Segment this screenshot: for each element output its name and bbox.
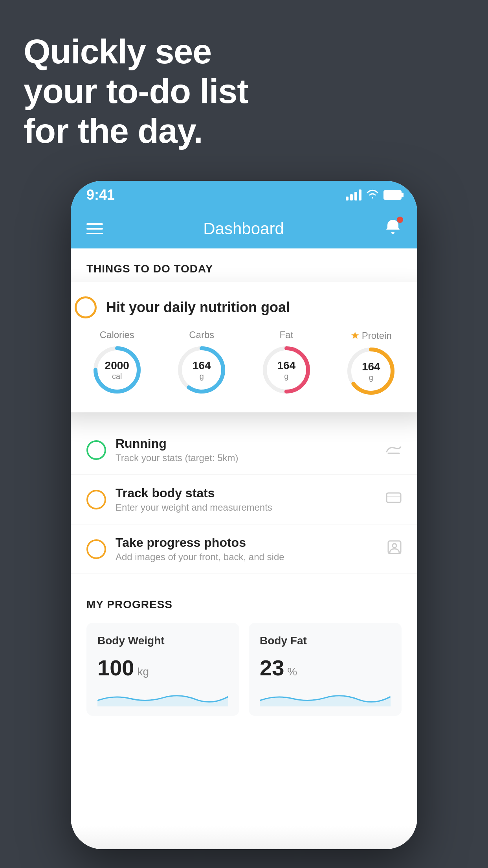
notification-badge	[397, 217, 403, 223]
ring-value-calories: 2000	[105, 360, 129, 372]
todo-icon-0	[386, 442, 402, 458]
todo-circle-1	[86, 490, 106, 509]
nutrition-card-title: Hit your daily nutrition goal	[106, 299, 290, 316]
headline: Quickly see your to-do list for the day.	[24, 31, 248, 151]
headline-line3: for the day.	[24, 111, 248, 151]
todo-circle-2	[86, 539, 106, 559]
nutrition-stat-carbs: Carbs 164 g	[176, 329, 227, 395]
wave-chart-0	[97, 687, 228, 706]
todo-item-2[interactable]: Take progress photos Add images of your …	[71, 524, 417, 574]
headline-line1: Quickly see	[24, 31, 248, 71]
signal-icon	[346, 189, 361, 200]
ring-text-carbs: 164 g	[193, 360, 211, 381]
progress-section: MY PROGRESS Body Weight 100 kg Body Fat …	[71, 583, 417, 732]
ring-protein: 164 g	[345, 346, 396, 397]
ring-value-protein: 164	[362, 361, 380, 373]
ring-unit-fat: g	[284, 371, 288, 380]
todo-title-0: Running	[116, 436, 376, 451]
todo-text-2: Take progress photos Add images of your …	[116, 535, 378, 563]
progress-unit-1: %	[287, 666, 297, 678]
header-title: Dashboard	[203, 219, 284, 238]
todo-icon-2	[387, 540, 402, 558]
ring-text-calories: 2000 cal	[105, 360, 129, 381]
ring-carbs: 164 g	[176, 344, 227, 395]
progress-value-row-1: 23 %	[260, 655, 391, 680]
nutrition-stat-protein: ★Protein 164 g	[345, 329, 396, 397]
notification-button[interactable]	[384, 218, 402, 239]
things-to-do-label: THINGS TO DO TODAY	[71, 248, 417, 283]
todo-icon-1	[386, 491, 402, 508]
stat-label-protein: ★Protein	[350, 329, 392, 342]
status-icons	[346, 188, 402, 202]
todo-title-1: Track body stats	[116, 486, 376, 500]
progress-value-0: 100	[97, 655, 134, 680]
ring-value-fat: 164	[277, 360, 295, 372]
todo-subtitle-1: Enter your weight and measurements	[116, 502, 376, 513]
nutrition-check-circle[interactable]	[75, 296, 97, 318]
ring-text-protein: 164 g	[362, 361, 380, 382]
todo-text-1: Track body stats Enter your weight and m…	[116, 486, 376, 513]
ring-unit-carbs: g	[200, 371, 204, 380]
ring-calories: 2000 cal	[92, 344, 143, 395]
status-bar: 9:41	[71, 181, 417, 209]
progress-card-title-0: Body Weight	[97, 634, 228, 647]
nutrition-stat-fat: Fat 164 g	[261, 329, 312, 395]
progress-card-title-1: Body Fat	[260, 634, 391, 647]
todo-list: Running Track your stats (target: 5km) T…	[71, 425, 417, 574]
app-header: Dashboard	[71, 209, 417, 248]
nutrition-stat-calories: Calories 2000 cal	[92, 329, 143, 395]
ring-unit-calories: cal	[112, 371, 122, 380]
ring-fat: 164 g	[261, 344, 312, 395]
nutrition-stats: Calories 2000 cal Carbs 164 g Fat	[75, 329, 413, 397]
todo-item-1[interactable]: Track body stats Enter your weight and m…	[71, 475, 417, 524]
todo-title-2: Take progress photos	[116, 535, 378, 550]
todo-subtitle-0: Track your stats (target: 5km)	[116, 452, 376, 463]
progress-value-row-0: 100 kg	[97, 655, 228, 680]
ring-text-fat: 164 g	[277, 360, 295, 381]
wifi-icon	[366, 188, 379, 202]
ring-value-carbs: 164	[193, 360, 211, 372]
stat-label-fat: Fat	[279, 329, 293, 340]
progress-card-0[interactable]: Body Weight 100 kg	[86, 623, 239, 716]
progress-unit-0: kg	[137, 666, 149, 678]
nutrition-card-header: Hit your daily nutrition goal	[75, 296, 413, 318]
todo-item-0[interactable]: Running Track your stats (target: 5km)	[71, 425, 417, 475]
bottom-shadow	[71, 826, 417, 849]
progress-section-label: MY PROGRESS	[86, 598, 402, 611]
stat-label-calories: Calories	[100, 329, 134, 340]
menu-button[interactable]	[86, 223, 103, 234]
todo-text-0: Running Track your stats (target: 5km)	[116, 436, 376, 463]
phone-shell: 9:41 Dashboard	[71, 181, 417, 849]
progress-value-1: 23	[260, 655, 284, 680]
headline-line2: your to-do list	[24, 71, 248, 111]
wave-chart-1	[260, 687, 391, 706]
progress-cards: Body Weight 100 kg Body Fat 23 %	[86, 623, 402, 716]
svg-rect-8	[387, 493, 401, 502]
stat-label-carbs: Carbs	[189, 329, 214, 340]
svg-point-11	[393, 544, 396, 548]
status-time: 9:41	[86, 187, 115, 203]
nutrition-card: Hit your daily nutrition goal Calories 2…	[71, 282, 417, 412]
todo-subtitle-2: Add images of your front, back, and side	[116, 552, 378, 563]
content-area: THINGS TO DO TODAY Hit your daily nutrit…	[71, 248, 417, 849]
todo-circle-0	[86, 440, 106, 460]
progress-card-1[interactable]: Body Fat 23 %	[249, 623, 402, 716]
ring-unit-protein: g	[369, 373, 373, 381]
battery-icon	[383, 190, 402, 200]
